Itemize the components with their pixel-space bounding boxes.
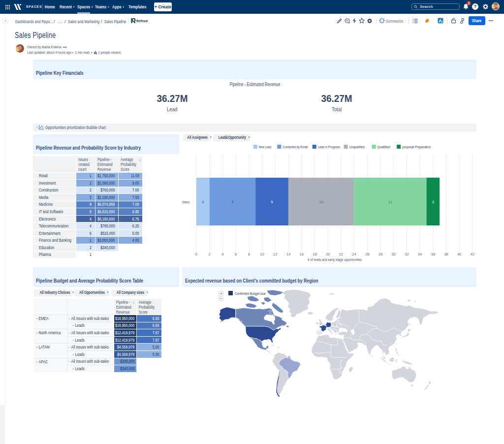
svg-text:8: 8 [248,252,250,256]
svg-text:36: 36 [431,252,435,256]
svg-text:5: 5 [271,200,273,204]
svg-text:16: 16 [300,252,304,256]
svg-text:Contacted by Email: Contacted by Email [283,145,308,149]
svg-text:38: 38 [444,252,448,256]
svg-text:14: 14 [286,252,290,256]
svg-text:0: 0 [195,252,197,256]
svg-text:30: 30 [392,252,396,256]
svg-text:proposal Preparation: proposal Preparation [402,145,431,149]
svg-text:12: 12 [273,252,277,256]
svg-text:2: 2 [202,200,204,204]
svg-text:26: 26 [365,252,369,256]
svg-text:42: 42 [471,252,474,256]
svg-text:Unqualified: Unqualified [349,145,365,149]
svg-text:Qualified: Qualified [378,145,390,149]
svg-text:Status: Status [182,200,189,204]
svg-text:# of leads and early stage opp: # of leads and early stage opportunities [308,257,362,262]
svg-text:22: 22 [339,252,343,256]
svg-text:2: 2 [432,200,435,204]
svg-text:2: 2 [209,252,211,256]
svg-text:6: 6 [235,252,237,256]
svg-text:10: 10 [319,200,323,204]
svg-text:20: 20 [326,252,330,256]
svg-text:11: 11 [388,200,393,204]
svg-text:34: 34 [418,252,422,256]
svg-text:40: 40 [457,252,461,256]
svg-text:18: 18 [313,252,316,256]
svg-text:7: 7 [231,200,234,204]
svg-text:4: 4 [221,252,223,256]
svg-text:Lead in Progress: Lead in Progress [318,145,340,149]
svg-text:New Lead: New Lead [259,145,271,149]
svg-text:24: 24 [352,252,356,256]
svg-text:28: 28 [378,252,382,256]
svg-text:10: 10 [260,252,264,256]
svg-text:32: 32 [405,252,409,256]
